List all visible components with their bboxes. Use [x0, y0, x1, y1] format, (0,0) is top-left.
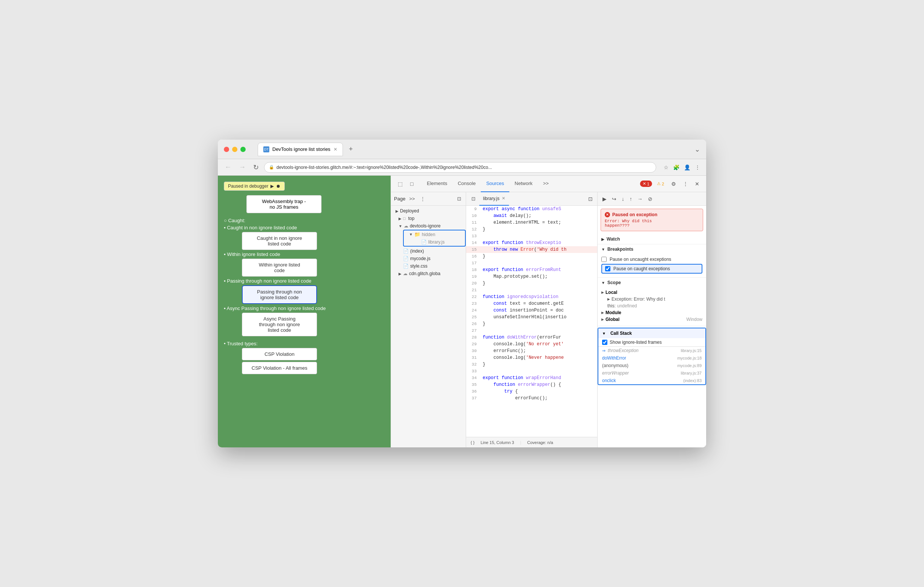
code-line-26: 26 } [466, 321, 597, 327]
pause-caught-checkbox[interactable] [605, 266, 610, 271]
within-ignore-button[interactable]: Within ignore listedcode [242, 258, 317, 276]
show-ignore-checkbox[interactable] [602, 340, 607, 345]
bookmark-icon[interactable]: ☆ [662, 163, 670, 172]
devtools-panel: ⬚ □ Elements Console Sources Network >> … [391, 176, 706, 447]
global-scope-item[interactable]: ▶ Global Window [601, 316, 702, 323]
top-arrow: ▶ [399, 217, 401, 221]
scope-section-header[interactable]: ▼ Scope [597, 278, 706, 288]
toggle-sidebar-button[interactable]: ⊡ [455, 195, 463, 202]
step-button[interactable]: → [635, 195, 645, 203]
ft-top[interactable]: ▶ □ top [391, 215, 466, 222]
global-value: Window [686, 317, 702, 322]
profile-icon[interactable]: 👤 [683, 163, 692, 172]
caught-item-4: Async Passing through non ignore listed … [224, 306, 384, 311]
file-tree-menu-button[interactable]: ⋮ [419, 195, 427, 202]
callstack-frame-0[interactable]: ⇒ throwException library.js:15 [598, 347, 705, 354]
ft-index[interactable]: 📄 (index) [391, 247, 466, 255]
menu-icon[interactable]: ⋮ [693, 163, 702, 172]
ft-hidden[interactable]: ▼ 📁 hidden [404, 230, 464, 238]
close-devtools-button[interactable]: ✕ [693, 179, 702, 188]
breakpoints-section-header[interactable]: ▼ Breakpoints [597, 244, 706, 254]
device-toolbar-button[interactable]: □ [408, 179, 416, 188]
library-js-label: library.js [428, 240, 445, 245]
callstack-header[interactable]: ▼ Call Stack [598, 329, 705, 338]
address-bar[interactable]: 🔒 devtools-ignore-list-stories.glitch.me… [264, 162, 656, 173]
tab-console[interactable]: Console [453, 176, 481, 192]
watch-section: ▶ Watch [597, 234, 706, 244]
traffic-lights [224, 147, 246, 152]
tab-network[interactable]: Network [509, 176, 538, 192]
tab-sources[interactable]: Sources [481, 176, 509, 192]
library-js-tab-close[interactable]: ✕ [502, 196, 505, 201]
caught-section: Caught: [224, 218, 384, 223]
devtools-tabs: Elements Console Sources Network >> [421, 176, 637, 192]
active-tab[interactable]: DT DevTools ignore list stories ✕ [257, 143, 343, 156]
devtools-right-toolbar: ✕ 1 ⚠ 2 ⚙ ⋮ ✕ [640, 179, 702, 188]
resume-button[interactable]: ▶ [601, 195, 609, 203]
csp-all-frames-button[interactable]: CSP Violation - All frames [242, 362, 317, 374]
passing-through-button[interactable]: Passing through nonignore listed code [242, 285, 317, 304]
show-more-tabs-button[interactable]: ⊡ [587, 195, 594, 203]
toggle-navigator-button[interactable]: ⊡ [469, 194, 478, 203]
watch-section-header[interactable]: ▶ Watch [597, 234, 706, 244]
page-more-button[interactable]: >> [408, 195, 416, 202]
forward-button[interactable]: → [237, 162, 248, 173]
caught-item-2: Within ignore listed code [224, 252, 384, 257]
ft-deployed[interactable]: ▶ Deployed [391, 207, 466, 215]
tab-more[interactable]: >> [538, 176, 554, 192]
tab-bar: DT DevTools ignore list stories ✕ + ⌄ [257, 143, 700, 156]
new-tab-button[interactable]: + [346, 144, 356, 155]
local-scope-item[interactable]: ▶ Local [601, 289, 702, 296]
exception-scope-text: Exception: Error: Why did t [612, 296, 665, 302]
tab-close-button[interactable]: ✕ [333, 147, 337, 152]
reload-button[interactable]: ↻ [251, 162, 261, 173]
back-button[interactable]: ← [222, 162, 234, 173]
resume-toolbar: ▶ ↪ ↓ ↑ → ⊘ [597, 192, 706, 206]
more-options-button[interactable]: ⋮ [681, 179, 690, 188]
settings-button[interactable]: ⚙ [669, 179, 678, 188]
scope-arrow-icon: ▼ [601, 281, 605, 285]
module-scope-item[interactable]: ▶ Module [601, 309, 702, 316]
code-line-12: 12 } [466, 226, 597, 233]
ft-devtools-ignore[interactable]: ▼ ☁ devtools-ignore [391, 222, 466, 230]
deactivate-breakpoints-button[interactable]: ⊘ [646, 195, 654, 203]
caught-non-ignore-button[interactable]: Caught in non ignorelisted code [242, 232, 317, 250]
frame-4-fn: onclick [602, 378, 616, 383]
library-js-tab[interactable]: library.js ✕ [479, 192, 509, 206]
maximize-traffic-light[interactable] [240, 147, 246, 152]
nav-bar: ← → ↻ 🔒 devtools-ignore-list-stories.gli… [218, 159, 706, 176]
cdn-label: cdn.glitch.globa [409, 271, 440, 276]
inspect-element-button[interactable]: ⬚ [396, 179, 405, 188]
step-into-button[interactable]: ↓ [620, 195, 626, 203]
this-value: undefined [617, 303, 637, 309]
tab-overflow-button[interactable]: ⌄ [695, 145, 700, 153]
cdn-arrow: ▶ [399, 272, 401, 276]
breakpoints-arrow-icon: ▼ [601, 247, 605, 252]
ft-cdn[interactable]: ▶ ☁ cdn.glitch.globa [391, 270, 466, 277]
close-traffic-light[interactable] [224, 147, 229, 152]
library-js-tab-label: library.js [483, 196, 500, 201]
code-line-33: 33 [466, 368, 597, 375]
ft-mycode[interactable]: 📄 mycode.js [391, 255, 466, 262]
step-over-button[interactable]: ↪ [610, 195, 618, 203]
callstack-frame-2[interactable]: (anonymous) mycode.js:89 [598, 362, 705, 369]
ft-style[interactable]: 📄 style.css [391, 262, 466, 270]
caught-item-1: Caught in non ignore listed code [224, 225, 384, 230]
tab-elements[interactable]: Elements [421, 176, 452, 192]
code-line-24: 24 const insertionPoint = doc [466, 307, 597, 314]
warning-count: 2 [662, 182, 664, 186]
csp-violation-button[interactable]: CSP Violation [242, 348, 317, 360]
caught-btn-row-2: Within ignore listedcode [224, 258, 384, 276]
async-passing-button[interactable]: Async Passingthrough non ignorelisted co… [242, 312, 317, 336]
scope-content: ▶ Local ▶ Exception: Error: Why did t th… [597, 288, 706, 326]
show-ignore-row: Show ignore-listed frames [598, 338, 705, 347]
callstack-frame-1[interactable]: doWithError mycode.js:18 [598, 354, 705, 362]
deployed-label: Deployed [400, 208, 419, 214]
extensions-icon[interactable]: 🧩 [672, 163, 681, 172]
pause-uncaught-checkbox[interactable] [601, 257, 607, 262]
callstack-frame-3[interactable]: errorWrapper library.js:37 [598, 369, 705, 377]
step-out-button[interactable]: ↑ [628, 195, 634, 203]
ft-library-js[interactable]: 📄 library.js [404, 238, 464, 246]
callstack-frame-4[interactable]: onclick (index):83 [598, 377, 705, 384]
minimize-traffic-light[interactable] [232, 147, 238, 152]
